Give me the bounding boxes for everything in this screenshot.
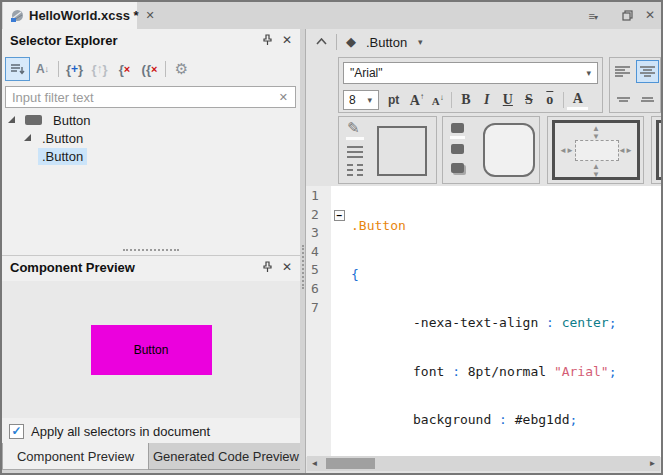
sort-by-hierarchy-icon[interactable] — [5, 57, 30, 81]
tree-item-label: .Button — [38, 148, 87, 165]
pin-icon[interactable] — [262, 34, 273, 46]
expander-icon[interactable] — [23, 133, 33, 143]
active-indicator — [346, 137, 364, 140]
tree-item-label: Button — [49, 112, 95, 129]
move-selector-icon[interactable]: {↑} — [87, 57, 112, 81]
line-number: 7 — [306, 300, 331, 319]
line-number-gutter: 1 2 3 4 5 6 7 — [306, 186, 331, 457]
combo-caret-icon: ▾ — [367, 95, 378, 105]
corner-shadow-icon[interactable] — [451, 163, 464, 173]
code-token: #ebg1dd — [515, 412, 570, 427]
scroll-left-icon[interactable]: ◄ — [307, 456, 322, 471]
code-token: font — [413, 364, 444, 379]
code-editor[interactable]: 1 2 3 4 5 6 7 − .Button { -nexa-text-ali… — [306, 186, 661, 457]
corner-zoom-icon[interactable] — [451, 144, 464, 154]
window-menu-icon[interactable]: ≡▾ — [589, 6, 598, 24]
selector-tree: Button .Button .Button — [2, 111, 300, 165]
margin-padding-group: ▲ ▼ ◄ ► ◄ ► ▲ ▼ — [547, 116, 644, 184]
preview-tab-strip: Component Preview Generated Code Preview — [2, 443, 304, 470]
code-text[interactable]: .Button { -nexa-text-align : center; fon… — [351, 188, 661, 457]
border-preview-box[interactable] — [377, 126, 427, 176]
apply-selectors-label: Apply all selectors in document — [31, 424, 210, 439]
increase-font-size-button[interactable]: A↑ — [406, 92, 427, 109]
apply-selectors-row: ✓ Apply all selectors in document — [9, 421, 210, 441]
font-size-combo[interactable]: 8 ▾ — [343, 90, 379, 110]
edit-border-icon[interactable]: ✎ — [347, 119, 360, 137]
fold-marker-icon[interactable]: − — [334, 210, 345, 221]
selector-explorer-title: Selector Explorer — [10, 33, 118, 48]
horizontal-scrollbar[interactable]: ◄ ► — [307, 456, 660, 471]
scroll-right-icon[interactable]: ► — [645, 456, 660, 471]
selector-explorer-toolbar: A↓ {+} {↑} {× ({× ⚙ — [5, 55, 194, 83]
code-token: .Button — [351, 218, 406, 233]
settings-gear-icon[interactable]: ⚙ — [169, 57, 194, 81]
tree-item-dot-button[interactable]: .Button — [2, 129, 300, 147]
solid-lines-icon[interactable] — [347, 146, 363, 161]
scrollbar-thumb[interactable] — [326, 458, 375, 469]
align-center-button[interactable] — [636, 60, 659, 83]
underline-button[interactable]: U — [497, 92, 518, 108]
code-token: : — [538, 315, 561, 330]
expand-left-icon[interactable]: ► — [566, 147, 574, 155]
code-token: { — [351, 267, 359, 282]
code-token: center — [562, 315, 609, 330]
component-preview-canvas: Button — [2, 281, 300, 418]
toolbar-separator — [58, 61, 59, 77]
sort-alphabetical-icon[interactable]: A↓ — [30, 57, 55, 81]
decrease-font-size-button[interactable]: A↓ — [427, 93, 448, 107]
strikethrough-button[interactable]: S — [518, 92, 539, 108]
code-token: ; — [609, 315, 617, 330]
corner-radius-preview-box[interactable] — [483, 123, 535, 177]
shrink-right-icon[interactable]: ► — [625, 147, 633, 155]
tab-close-icon[interactable]: ✕ — [146, 9, 155, 22]
italic-button[interactable]: I — [476, 92, 497, 108]
style-editor-panel: ◆ .Button ▾ "Arial" ▾ 8 ▾ pt A↑ A↓ B I U — [305, 29, 661, 473]
margin-box[interactable]: ▲ ▼ ◄ ► ◄ ► ▲ ▼ — [552, 120, 640, 180]
selector-combo[interactable]: .Button — [366, 35, 407, 50]
selector-combo-caret-icon[interactable]: ▾ — [418, 37, 423, 47]
tab-component-preview[interactable]: Component Preview — [2, 443, 148, 470]
selector-diamond-icon: ◆ — [346, 34, 356, 49]
close-panel-icon[interactable]: ✕ — [282, 33, 292, 47]
restore-icon[interactable] — [622, 10, 633, 21]
tab-generated-code-preview[interactable]: Generated Code Preview — [148, 443, 304, 470]
close-icon[interactable]: ✕ — [645, 8, 655, 22]
add-selector-icon[interactable]: {+} — [62, 57, 87, 81]
dashed-lines-icon[interactable] — [347, 164, 363, 179]
delete-all-selectors-icon[interactable]: ({× — [137, 57, 162, 81]
code-token: 8pt/normal — [468, 364, 554, 379]
delete-selector-icon[interactable]: {× — [112, 57, 137, 81]
clear-filter-icon[interactable]: ✕ — [279, 91, 295, 104]
tree-item-button[interactable]: Button — [2, 111, 300, 129]
pin-icon[interactable] — [262, 261, 273, 273]
line-number: 5 — [306, 262, 331, 281]
collapse-chevron-icon[interactable] — [316, 38, 327, 45]
align-top-button[interactable] — [616, 96, 631, 104]
horizontal-splitter[interactable] — [2, 246, 300, 253]
expand-bottom-icon[interactable]: ▼ — [592, 171, 600, 179]
align-middle-button[interactable] — [640, 96, 655, 104]
close-panel-icon[interactable]: ✕ — [282, 260, 292, 274]
document-tab[interactable]: HelloWorld.xcss * ✕ — [3, 2, 137, 29]
selector-explorer-header: Selector Explorer ✕ — [2, 29, 300, 53]
font-family-combo[interactable]: "Arial" ▾ — [343, 62, 598, 84]
font-group: "Arial" ▾ 8 ▾ pt A↑ A↓ B I U S o A — [338, 57, 603, 113]
toolbar-separator — [563, 92, 564, 108]
content-dashed-box — [575, 140, 619, 161]
overline-button[interactable]: o — [539, 92, 560, 108]
left-dock-panel: Selector Explorer ✕ A↓ {+} — [2, 29, 300, 443]
font-family-value: "Arial" — [344, 66, 586, 80]
expander-icon[interactable] — [7, 115, 17, 125]
corner-option-icon[interactable] — [451, 123, 464, 133]
font-color-button[interactable]: A — [567, 91, 588, 110]
apply-selectors-checkbox[interactable]: ✓ — [9, 424, 24, 439]
align-left-button[interactable] — [614, 65, 633, 79]
corner-style-group — [442, 116, 540, 184]
preview-button[interactable]: Button — [91, 325, 212, 375]
filter-input[interactable] — [6, 90, 279, 105]
code-token: ; — [570, 412, 578, 427]
code-token: -nexa-text-align — [413, 315, 538, 330]
bold-button[interactable]: B — [455, 92, 476, 108]
code-token: "Arial" — [554, 364, 609, 379]
tree-item-dot-button-selected[interactable]: .Button — [2, 147, 300, 165]
